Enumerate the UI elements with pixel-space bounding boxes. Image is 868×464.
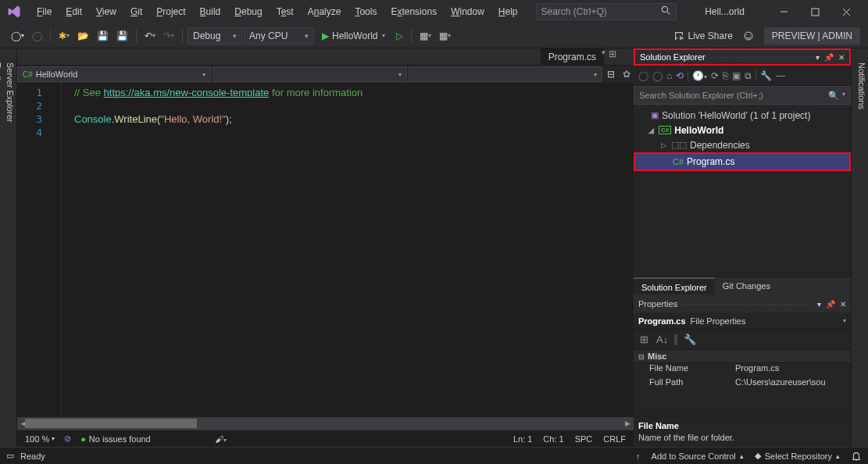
menu-project[interactable]: Project bbox=[149, 0, 192, 23]
zoom-level[interactable]: 100 %▾ bbox=[25, 434, 55, 444]
start-button[interactable]: ▶HelloWorld▾ bbox=[316, 27, 391, 45]
menu-file[interactable]: File bbox=[30, 0, 59, 23]
select-repository[interactable]: ◆Select Repository▴ bbox=[755, 451, 840, 461]
spaces-indicator[interactable]: SPC bbox=[575, 434, 593, 444]
sol-switch-icon[interactable]: ⟲ bbox=[676, 70, 684, 81]
toolbar-btn-1[interactable]: ▦▾ bbox=[416, 27, 434, 45]
start-no-debug-button[interactable]: ▷ bbox=[393, 27, 406, 45]
toolbox-tab[interactable]: Toolbox bbox=[0, 56, 4, 447]
sol-refresh-icon[interactable]: ⟳ bbox=[711, 70, 719, 81]
props-close-icon[interactable]: ✕ bbox=[840, 300, 846, 309]
error-indicator-icon[interactable]: ⊘ bbox=[64, 434, 71, 444]
notifications-tab[interactable]: Notifications bbox=[855, 56, 868, 447]
issues-indicator[interactable]: ●No issues found bbox=[80, 434, 151, 444]
sol-back-icon[interactable]: ◯ bbox=[638, 70, 648, 81]
sol-sync-icon[interactable]: 🕐▾ bbox=[692, 70, 707, 81]
redo-button[interactable]: ↷▾ bbox=[160, 27, 177, 45]
props-pin-icon[interactable]: 📌 bbox=[826, 300, 835, 309]
nav-combo-member[interactable]: ▾ bbox=[409, 66, 602, 82]
prop-category-misc[interactable]: ⊟Misc bbox=[634, 350, 851, 363]
solution-search-box[interactable]: Search Solution Explorer (Ctrl+;) 🔍▾ bbox=[634, 86, 851, 105]
tab-add-icon[interactable]: ⊞ bbox=[609, 48, 616, 59]
left-tool-rail: Server Explorer Toolbox bbox=[0, 48, 17, 447]
nav-forward-button[interactable]: ◯ bbox=[29, 27, 45, 45]
props-categorize-icon[interactable]: ⊞ bbox=[638, 332, 650, 347]
split-editor-icon[interactable]: ⊟ bbox=[604, 66, 618, 82]
sol-home-icon[interactable]: ⌂ bbox=[666, 70, 672, 81]
live-share-button[interactable]: Live Share bbox=[673, 30, 732, 41]
tree-project-node[interactable]: ◢C# HelloWorld bbox=[634, 123, 851, 137]
save-button[interactable]: 💾 bbox=[94, 27, 112, 45]
sol-filter-icon[interactable]: ⎘ bbox=[723, 70, 728, 81]
menu-view[interactable]: View bbox=[89, 0, 123, 23]
nav-combo-type[interactable]: ▾ bbox=[213, 66, 406, 82]
maximize-button[interactable] bbox=[799, 1, 830, 23]
nav-back-button[interactable]: ◯▾ bbox=[8, 27, 27, 45]
output-icon[interactable]: ▭ bbox=[6, 451, 14, 461]
sol-preview-icon[interactable]: — bbox=[776, 70, 785, 81]
menu-edit[interactable]: Edit bbox=[59, 0, 89, 23]
minimize-button[interactable] bbox=[768, 1, 799, 23]
sol-fwd-icon[interactable]: ◯ bbox=[652, 70, 663, 81]
solution-explorer-header[interactable]: Solution Explorer ∙∙∙∙∙∙∙∙∙∙∙∙∙∙∙∙∙∙∙∙∙∙… bbox=[634, 48, 851, 66]
server-explorer-tab[interactable]: Server Explorer bbox=[4, 56, 16, 447]
line-indicator[interactable]: Ln: 1 bbox=[513, 434, 532, 444]
sol-collapse-icon[interactable]: ▣ bbox=[732, 70, 741, 81]
scrollbar-thumb[interactable] bbox=[25, 419, 197, 428]
nav-combo-project[interactable]: C#HelloWorld▾ bbox=[17, 66, 211, 82]
props-wrench-icon[interactable]: 🔧 bbox=[682, 332, 698, 347]
close-button[interactable] bbox=[830, 1, 862, 23]
nav-gear-icon[interactable]: ✿ bbox=[620, 66, 634, 82]
menu-help[interactable]: Help bbox=[491, 0, 525, 23]
tree-solution-node[interactable]: ▣ Solution 'HelloWorld' (1 of 1 project) bbox=[634, 108, 851, 123]
prop-row-filename[interactable]: File Name Program.cs bbox=[634, 363, 851, 377]
code-body[interactable]: // See https://aka.ms/new-console-templa… bbox=[61, 83, 634, 417]
svg-rect-3 bbox=[812, 9, 819, 16]
tree-file-program[interactable]: C# Program.cs bbox=[634, 152, 851, 171]
push-icon[interactable]: ↑ bbox=[636, 452, 641, 461]
toolbar-btn-2[interactable]: ▦▾ bbox=[436, 27, 454, 45]
menu-build[interactable]: Build bbox=[193, 0, 228, 23]
menu-git[interactable]: Git bbox=[123, 0, 149, 23]
sol-properties-icon[interactable]: 🔧 bbox=[760, 70, 772, 81]
pin-icon[interactable]: 📌 bbox=[824, 53, 834, 62]
config-combo[interactable]: Debug▾ bbox=[188, 27, 242, 45]
properties-subject[interactable]: Program.cs File Properties ▾ bbox=[634, 312, 851, 330]
line-ending-indicator[interactable]: CRLF bbox=[603, 434, 626, 444]
open-file-button[interactable]: 📂 bbox=[74, 27, 92, 45]
document-tab-program[interactable]: Program.cs bbox=[541, 48, 604, 66]
sol-search-dd-icon[interactable]: ▾ bbox=[842, 91, 845, 101]
code-editor[interactable]: 1234 // See https://aka.ms/new-console-t… bbox=[17, 83, 634, 417]
menu-tools[interactable]: Tools bbox=[348, 0, 384, 23]
new-project-button[interactable]: ✱▾ bbox=[55, 27, 73, 45]
scroll-right-icon[interactable]: ▶ bbox=[621, 417, 634, 430]
properties-header[interactable]: Properties ∙∙∙∙∙∙∙∙∙∙∙∙∙∙∙∙∙∙∙∙∙∙∙∙∙∙∙∙∙… bbox=[634, 295, 851, 312]
brush-icon[interactable]: 🖌▾ bbox=[215, 434, 227, 444]
search-icon bbox=[661, 5, 671, 18]
menu-extensions[interactable]: Extensions bbox=[384, 0, 444, 23]
save-all-button[interactable]: 💾 bbox=[113, 27, 131, 45]
props-sort-icon[interactable]: A↓ bbox=[655, 332, 670, 347]
add-source-control[interactable]: Add to Source Control▴ bbox=[652, 452, 744, 461]
tab-dropdown-icon[interactable]: ▾ bbox=[602, 48, 605, 59]
feedback-icon[interactable] bbox=[739, 27, 758, 45]
menu-analyze[interactable]: Analyze bbox=[301, 0, 348, 23]
menu-debug[interactable]: Debug bbox=[227, 0, 269, 23]
props-dropdown-icon[interactable]: ▾ bbox=[817, 300, 821, 309]
tree-dependencies-node[interactable]: ▷⬚⬚ Dependencies bbox=[634, 137, 851, 152]
bell-icon[interactable] bbox=[851, 451, 862, 462]
tab-solution-explorer[interactable]: Solution Explorer bbox=[634, 277, 715, 294]
col-indicator[interactable]: Ch: 1 bbox=[543, 434, 563, 444]
horizontal-scrollbar[interactable]: ◀ ▶ bbox=[17, 417, 634, 430]
close-panel-icon[interactable]: ✕ bbox=[838, 53, 845, 62]
sol-showall-icon[interactable]: ⧉ bbox=[745, 70, 752, 81]
prop-row-fullpath[interactable]: Full Path C:\Users\azureuser\sou bbox=[634, 377, 851, 391]
menu-test[interactable]: Test bbox=[270, 0, 301, 23]
preview-admin-button[interactable]: PREVIEW | ADMIN bbox=[764, 27, 860, 45]
menu-window[interactable]: Window bbox=[444, 0, 491, 23]
tab-git-changes[interactable]: Git Changes bbox=[715, 277, 778, 294]
platform-combo[interactable]: Any CPU▾ bbox=[244, 27, 314, 45]
search-box[interactable]: Search (Ctrl+Q) bbox=[536, 3, 677, 20]
header-dropdown-icon[interactable]: ▾ bbox=[816, 53, 820, 62]
undo-button[interactable]: ↶▾ bbox=[141, 27, 159, 45]
